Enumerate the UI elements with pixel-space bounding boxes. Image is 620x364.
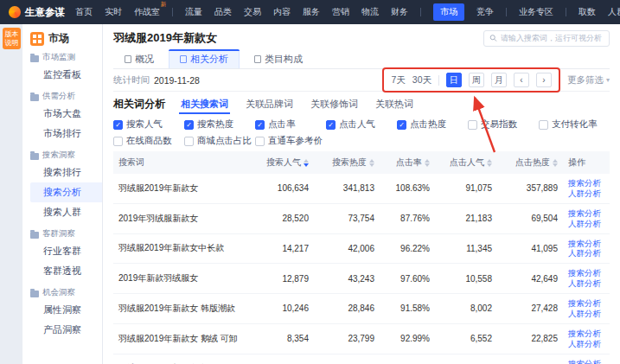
nav-item[interactable]: 物流 [361, 6, 379, 18]
sidebar-group[interactable]: 客群洞察 [30, 228, 102, 239]
nav-item[interactable]: 人群管理新 [608, 6, 620, 18]
action-link[interactable]: 搜索分析 [568, 239, 604, 249]
metric-checkbox[interactable]: 交易指数 [468, 118, 539, 131]
stat-time-value[interactable]: 2019-11-28 [154, 75, 200, 86]
sort-asc-icon [425, 159, 430, 163]
nav-item[interactable]: 服务 [303, 6, 320, 18]
checkbox-icon[interactable]: ✓ [184, 120, 194, 130]
sort-icon[interactable] [425, 159, 430, 167]
checkbox-icon[interactable]: ✓ [397, 120, 406, 130]
next-button[interactable]: › [536, 73, 552, 87]
range-button[interactable]: 30天 [412, 74, 431, 86]
nav-item[interactable]: 市场 [433, 3, 464, 21]
sidebar-group[interactable]: 供需分析 [30, 91, 102, 102]
action-link[interactable]: 搜索分析 [568, 359, 604, 364]
nav-item[interactable]: 实时 [105, 6, 122, 18]
nav-item[interactable]: 竞争 [476, 6, 494, 18]
column-header[interactable]: 点击率 [380, 151, 435, 174]
metric-label: 搜索热度 [197, 118, 233, 131]
metric-checkbox[interactable]: 直通车参考价 [255, 135, 326, 147]
sidebar-item[interactable]: 行业客群 [30, 241, 102, 261]
nav-item[interactable]: 内容 [273, 6, 291, 18]
range-button[interactable]: 7天 [391, 74, 405, 86]
sidebar-item[interactable]: 搜索人群 [30, 202, 102, 222]
nav-item[interactable]: 作战室新 [134, 6, 160, 18]
sort-icon[interactable] [304, 159, 309, 167]
search-input[interactable] [501, 34, 604, 42]
nav-item[interactable]: 财务 [391, 6, 408, 18]
granularity-button[interactable]: 月 [491, 73, 507, 87]
nav-item[interactable]: 业务专区 [519, 6, 553, 18]
keyword-search-box[interactable] [483, 30, 610, 47]
actions-cell: 搜索分析人群分析 [563, 354, 610, 364]
sidebar-item[interactable]: 市场排行 [30, 124, 102, 144]
metric-checkbox[interactable]: ✓点击人气 [326, 118, 397, 131]
column-label: 搜索词 [118, 157, 144, 167]
version-tag[interactable]: 版本说明 [3, 28, 21, 49]
sidebar-item[interactable]: 产品洞察 [30, 320, 102, 340]
sub-tab[interactable]: 关联热词 [374, 95, 415, 113]
sidebar-item[interactable]: 客群透视 [30, 261, 102, 281]
checkbox-icon[interactable] [468, 120, 477, 130]
more-filter-dropdown[interactable]: 更多筛选 ▾ [567, 74, 610, 86]
action-link[interactable]: 搜索分析 [568, 268, 604, 278]
nav-item[interactable]: 取数 [578, 6, 596, 18]
sub-tab[interactable]: 关联修饰词 [309, 95, 360, 113]
action-link[interactable]: 搜索分析 [568, 208, 604, 219]
tab[interactable]: 类目构成 [243, 49, 314, 68]
action-link[interactable]: 搜索分析 [568, 329, 604, 339]
sort-icon[interactable] [487, 159, 492, 167]
action-link[interactable]: 人群分析 [568, 309, 604, 319]
nav-item[interactable]: 首页 [75, 6, 93, 18]
sidebar-item[interactable]: 监控看板 [30, 65, 102, 85]
sidebar-item[interactable]: 属性洞察 [30, 300, 102, 320]
action-link[interactable]: 搜索分析 [568, 298, 604, 309]
action-link[interactable]: 人群分析 [568, 278, 604, 289]
nav-item[interactable]: 流量 [185, 6, 202, 18]
column-header[interactable]: 搜索人气 [248, 151, 314, 174]
action-link[interactable]: 人群分析 [568, 248, 604, 259]
checkbox-icon[interactable] [255, 137, 265, 146]
value-cell: 43,243 [314, 264, 380, 294]
checkbox-icon[interactable] [539, 120, 548, 130]
checkbox-icon[interactable]: ✓ [113, 120, 123, 130]
column-header[interactable]: 点击人气 [435, 151, 497, 174]
action-link[interactable]: 人群分析 [568, 188, 604, 199]
metric-checkbox[interactable]: 商城点击占比 [184, 135, 255, 147]
metric-checkbox[interactable]: ✓点击率 [255, 118, 326, 131]
action-link[interactable]: 人群分析 [568, 339, 604, 349]
metric-checkbox[interactable]: 支付转化率 [539, 118, 610, 131]
column-header[interactable]: 点击热度 [497, 151, 563, 174]
sidebar-group[interactable]: 机会洞察 [30, 287, 102, 298]
app-logo[interactable]: 生意参谋 [9, 6, 65, 19]
sidebar-module-header: 市场 [30, 31, 102, 46]
action-link[interactable]: 人群分析 [568, 219, 604, 229]
sub-tab[interactable]: 相关搜索词 [179, 95, 230, 113]
column-header[interactable]: 搜索热度 [314, 151, 380, 174]
granularity-button[interactable]: 日 [446, 73, 462, 87]
metric-checkbox[interactable]: ✓搜索热度 [184, 118, 255, 131]
checkbox-icon[interactable]: ✓ [326, 120, 336, 130]
sidebar-group[interactable]: 市场监测 [30, 52, 102, 63]
action-link[interactable]: 搜索分析 [568, 178, 604, 188]
prev-button[interactable]: ‹ [514, 73, 529, 87]
checkbox-icon[interactable] [113, 137, 123, 146]
tab[interactable]: 概况 [113, 49, 165, 68]
sidebar-item[interactable]: 搜索排行 [30, 163, 102, 182]
sort-icon[interactable] [553, 159, 558, 167]
sidebar-item[interactable]: 市场大盘 [30, 104, 102, 124]
sub-tab[interactable]: 关联品牌词 [244, 95, 295, 113]
nav-item[interactable]: 品类 [214, 6, 232, 18]
tab[interactable]: 相关分析 [169, 49, 240, 68]
sidebar-group[interactable]: 搜索洞察 [30, 150, 102, 161]
sidebar-item[interactable]: 搜索分析 [30, 182, 102, 202]
checkbox-icon[interactable] [184, 137, 194, 146]
metric-checkbox[interactable]: 在线商品数 [113, 135, 184, 147]
nav-item[interactable]: 营销 [332, 6, 349, 18]
metric-checkbox[interactable]: ✓搜索人气 [113, 118, 184, 131]
sort-icon[interactable] [369, 159, 374, 167]
nav-item[interactable]: 交易 [244, 6, 261, 18]
checkbox-icon[interactable]: ✓ [255, 120, 265, 130]
metric-checkbox[interactable]: ✓点击热度 [397, 118, 468, 131]
granularity-button[interactable]: 周 [469, 73, 484, 87]
